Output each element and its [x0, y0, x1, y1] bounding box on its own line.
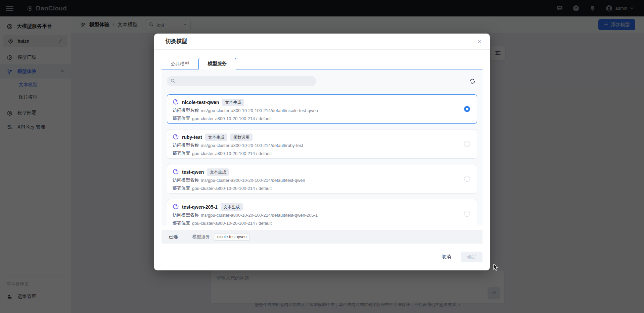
tab-public-models[interactable]: 公共模型 [162, 58, 198, 69]
selected-summary-bar: 已选 模型服务 nicole-test-qwen [162, 230, 482, 244]
model-tag: 文本生成 [221, 203, 243, 211]
confirm-button[interactable]: 确定 [461, 252, 482, 262]
access-name-label: 访问模型名称 [173, 212, 199, 218]
app-root: DaoCloud ? admin [0, 0, 644, 313]
access-name-label: 访问模型名称 [173, 177, 199, 183]
model-name: test-qwen [182, 169, 204, 175]
model-card-test-qwen[interactable]: test-qwen 文本生成 访问模型名称ms/gpu-cluster-a800… [167, 164, 477, 194]
model-name: test-qwen-205-1 [182, 204, 218, 210]
access-name-value: ms/gpu-cluster-a800-10-20-100-214/defaul… [201, 178, 305, 183]
tab-model-services[interactable]: 模型服务 [198, 58, 236, 69]
model-sparkle-icon [173, 99, 179, 106]
deploy-location-value: gpu-cluster-a800-10-20-100-214 / default [192, 151, 272, 156]
selected-model-chip: nicole-test-qwen [214, 233, 250, 241]
radio-unselected[interactable] [464, 211, 470, 217]
deploy-location-label: 部署位置 [173, 150, 190, 156]
cancel-button[interactable]: 取消 [442, 254, 451, 260]
model-tag: 文本生成 [205, 134, 227, 141]
access-name-label: 访问模型名称 [173, 107, 199, 113]
model-sparkle-icon [173, 134, 179, 141]
selected-type-label: 模型服务 [192, 234, 210, 240]
model-sparkle-icon [173, 168, 179, 176]
radio-unselected[interactable] [464, 141, 470, 147]
deploy-location-label: 部署位置 [173, 220, 190, 225]
deploy-location-label: 部署位置 [173, 185, 190, 191]
radio-selected[interactable] [464, 106, 470, 112]
model-card-test-qwen-205-1[interactable]: test-qwen-205-1 文本生成 访问模型名称ms/gpu-cluste… [167, 199, 477, 225]
model-tag: 函数调用 [230, 134, 252, 141]
access-name-value: ms/gpu-cluster-a800-10-20-100-214/defaul… [201, 108, 318, 113]
deploy-location-value: gpu-cluster-a800-10-20-100-214 / default [192, 186, 272, 191]
model-tag: 文本生成 [222, 99, 244, 106]
model-tag: 文本生成 [207, 168, 229, 176]
dialog-footer: 取消 确定 [154, 244, 490, 270]
model-card-nicole-test-qwen[interactable]: nicole-test-qwen 文本生成 访问模型名称ms/gpu-clust… [167, 94, 477, 124]
access-name-value: ms/gpu-cluster-a800-10-20-100-214/defaul… [201, 143, 303, 148]
model-name: nicole-test-qwen [182, 100, 219, 105]
mouse-cursor [493, 264, 500, 272]
dialog-header: 切换模型 × [154, 34, 490, 50]
radio-unselected[interactable] [464, 176, 470, 182]
access-name-value: ms/gpu-cluster-a800-10-20-100-214/defaul… [201, 213, 318, 218]
search-row [167, 76, 477, 86]
close-icon[interactable]: × [477, 39, 481, 45]
search-input[interactable] [167, 76, 316, 86]
dialog-tabs: 公共模型 模型服务 [162, 58, 482, 69]
refresh-button[interactable] [468, 76, 477, 86]
deploy-location-label: 部署位置 [173, 115, 190, 121]
switch-model-dialog: 切换模型 × 公共模型 模型服务 [154, 34, 490, 270]
model-sparkle-icon [173, 203, 179, 211]
access-name-label: 访问模型名称 [173, 142, 199, 148]
model-name: ruby-test [182, 135, 202, 140]
dialog-title: 切换模型 [166, 38, 187, 45]
search-icon [170, 78, 176, 85]
deploy-location-value: gpu-cluster-a800-10-20-100-214 / default [192, 116, 272, 121]
deploy-location-value: gpu-cluster-a800-10-20-100-214 / default [192, 221, 272, 226]
model-card-ruby-test[interactable]: ruby-test 文本生成 函数调用 访问模型名称ms/gpu-cluster… [167, 129, 477, 159]
selected-label: 已选 [169, 234, 178, 240]
model-service-panel: nicole-test-qwen 文本生成 访问模型名称ms/gpu-clust… [162, 69, 482, 225]
